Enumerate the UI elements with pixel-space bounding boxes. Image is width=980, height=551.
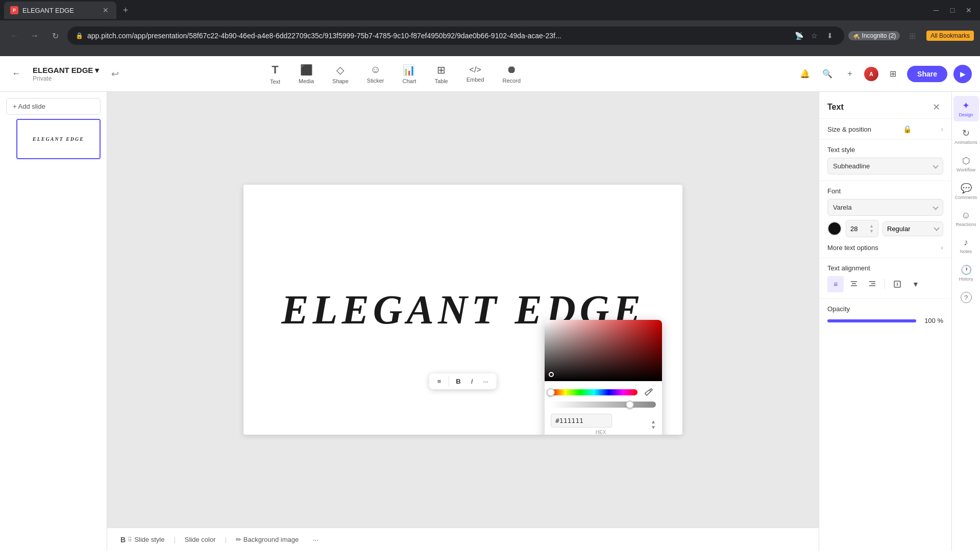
minimize-button[interactable]: ─ xyxy=(929,3,943,17)
hue-slider[interactable] xyxy=(551,389,638,395)
text-style-select[interactable]: Subheadline xyxy=(827,158,943,174)
font-label: Font xyxy=(827,187,943,195)
align-left-btn[interactable]: ≡ xyxy=(827,276,844,292)
table-label: Table xyxy=(434,78,448,84)
chart-icon: 📊 xyxy=(403,64,415,76)
slide-canvas[interactable]: ELEGANT EDGE ≡ B I ··· xyxy=(243,185,682,435)
font-weight-select[interactable]: Regular xyxy=(883,221,943,236)
more-options-btn[interactable]: ··· xyxy=(479,375,493,387)
tool-table[interactable]: ⊞ Table xyxy=(425,61,457,87)
tool-media[interactable]: ⬛ Media xyxy=(289,61,323,87)
font-color-swatch[interactable] xyxy=(827,221,842,236)
extensions-icon[interactable]: ⊞ xyxy=(904,28,920,44)
font-section: Font Varela 28 ▲▼ Regular xyxy=(819,181,951,258)
color-gradient-picker[interactable] xyxy=(545,320,662,381)
undo-button[interactable]: ↩ xyxy=(107,66,123,82)
record-label: Record xyxy=(503,78,521,84)
slide-color-label: Slide color xyxy=(185,536,216,543)
add-slide-button[interactable]: + Add slide xyxy=(6,98,101,115)
sidebar-item-design[interactable]: ✦ Design xyxy=(953,96,979,121)
embed-label: Embed xyxy=(467,77,484,83)
more-text-arrow: › xyxy=(941,243,943,252)
new-tab-button[interactable]: + xyxy=(118,3,133,17)
history-icon: 🕐 xyxy=(961,264,972,276)
maximize-button[interactable]: □ xyxy=(945,3,960,17)
slides-sidebar: + Add slide 1 ELEGANT EDGE xyxy=(0,92,107,551)
workflow-icon: ⬡ xyxy=(962,155,970,166)
sidebar-item-help[interactable]: ? xyxy=(953,288,979,307)
slide-color-btn[interactable]: Slide color xyxy=(180,533,221,546)
back-to-home-button[interactable]: ← xyxy=(8,66,24,82)
search-icon[interactable]: 🔍 xyxy=(819,66,836,82)
hex-input[interactable] xyxy=(551,414,612,428)
design-icon: ✦ xyxy=(962,100,970,111)
design-label: Design xyxy=(959,112,973,117)
italic-btn[interactable]: I xyxy=(467,375,477,387)
more-options-bottom-btn[interactable]: ··· xyxy=(308,532,323,547)
sticker-label: Sticker xyxy=(367,78,384,84)
font-chevron xyxy=(933,204,938,210)
back-button[interactable]: ← xyxy=(6,28,22,44)
opacity-slider[interactable] xyxy=(551,402,656,408)
size-position-label: Size & position xyxy=(827,126,871,133)
tab-close-btn[interactable]: ✕ xyxy=(101,6,110,15)
brand-info: ELEGANT EDGE ▾ Private xyxy=(33,66,99,82)
slide-thumbnail[interactable]: ELEGANT EDGE xyxy=(16,119,101,159)
align-right-btn[interactable] xyxy=(864,276,880,292)
font-select[interactable]: Varela xyxy=(827,199,943,216)
slide-style-btn[interactable]: B ⠿ Slide style xyxy=(115,533,169,547)
opacity-bar[interactable] xyxy=(827,319,916,322)
tool-text[interactable]: T Text xyxy=(261,60,289,88)
tool-chart[interactable]: 📊 Chart xyxy=(393,61,425,87)
refresh-button[interactable]: ↻ xyxy=(47,28,63,44)
align-separator xyxy=(885,279,885,289)
brand-name[interactable]: ELEGANT EDGE ▾ xyxy=(33,66,99,75)
share-button[interactable]: Share xyxy=(907,66,947,82)
brush-icon: ✏ xyxy=(236,536,241,543)
gradient-cursor xyxy=(549,372,554,377)
cast-icon[interactable]: 📡 xyxy=(793,30,805,42)
play-button[interactable]: ▶ xyxy=(953,65,972,83)
sidebar-item-notes[interactable]: ♪ Notes xyxy=(953,233,979,258)
workflow-label: Workflow xyxy=(957,167,975,172)
browser-tab[interactable]: P ELEGANT EDGE ✕ xyxy=(4,2,116,19)
tool-record[interactable]: ⏺ Record xyxy=(494,61,530,87)
panel-header: Text ✕ xyxy=(819,92,951,119)
tool-embed[interactable]: </> Embed xyxy=(457,62,494,86)
close-window-button[interactable]: ✕ xyxy=(962,3,976,17)
panel-close-button[interactable]: ✕ xyxy=(929,100,943,114)
forward-button[interactable]: → xyxy=(27,28,43,44)
font-size-input[interactable]: 28 ▲▼ xyxy=(846,220,878,237)
size-position-row[interactable]: Size & position 🔒 › xyxy=(827,125,943,133)
background-image-btn[interactable]: ✏ Background image xyxy=(231,533,304,546)
download-icon[interactable]: ⬇ xyxy=(824,30,836,42)
hex-stepper[interactable]: ▲ ▼ xyxy=(651,419,656,430)
font-size-stepper[interactable]: ▲▼ xyxy=(869,223,874,234)
more-text-options-row[interactable]: More text options › xyxy=(827,241,943,252)
notifications-icon[interactable]: 🔔 xyxy=(797,66,813,82)
avatar-icon[interactable]: A xyxy=(864,67,878,81)
sidebar-item-animations[interactable]: ↻ Animations xyxy=(953,123,979,149)
sidebar-item-workflow[interactable]: ⬡ Workflow xyxy=(953,151,979,177)
align-text-btn[interactable]: ≡ xyxy=(433,375,446,387)
sidebar-item-history[interactable]: 🕐 History xyxy=(953,260,979,286)
slide-thumbnail-content: ELEGANT EDGE xyxy=(17,120,100,158)
add-icon[interactable]: ＋ xyxy=(842,66,858,82)
animations-icon: ↻ xyxy=(962,128,970,139)
all-bookmarks-label[interactable]: All Bookmarks xyxy=(926,31,974,41)
tool-shape[interactable]: ◇ Shape xyxy=(323,61,358,87)
vertical-down-btn[interactable]: ▼ xyxy=(908,276,924,292)
address-bar[interactable]: 🔒 app.pitch.com/app/presentation/58f67c2… xyxy=(67,27,844,45)
sidebar-item-comments[interactable]: 💬 Comments xyxy=(953,179,979,204)
record-icon: ⏺ xyxy=(506,64,517,76)
align-center-btn[interactable] xyxy=(846,276,862,292)
vertical-align-btn[interactable] xyxy=(889,276,905,292)
sidebar-item-reactions[interactable]: ☺ Reactions xyxy=(953,206,979,231)
grid-icon[interactable]: ⊞ xyxy=(885,66,901,82)
tool-sticker[interactable]: ☺ Sticker xyxy=(358,61,394,87)
bold-btn[interactable]: B xyxy=(452,375,464,387)
eyedropper-button[interactable] xyxy=(642,385,656,399)
opacity-section: Opacity 100 % xyxy=(819,299,951,331)
embed-icon: </> xyxy=(470,65,481,74)
star-icon[interactable]: ☆ xyxy=(808,30,821,42)
